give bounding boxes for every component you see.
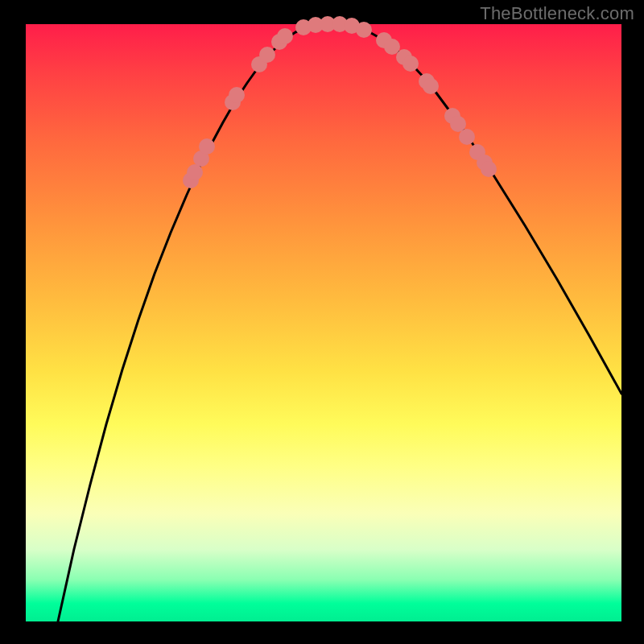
bottleneck-chart-svg — [0, 0, 644, 644]
chart-frame: TheBottleneck.com — [0, 0, 644, 644]
highlight-dot — [199, 138, 215, 155]
highlight-dot — [459, 129, 475, 145]
bottleneck-curve — [58, 24, 621, 621]
highlight-dot — [259, 47, 275, 63]
highlight-dot — [481, 161, 497, 177]
highlight-dot — [423, 78, 439, 94]
highlight-dot — [229, 87, 245, 103]
highlight-dot — [277, 28, 293, 44]
highlight-dot — [187, 164, 203, 180]
highlight-dot — [356, 22, 372, 38]
highlight-dot — [402, 56, 419, 72]
